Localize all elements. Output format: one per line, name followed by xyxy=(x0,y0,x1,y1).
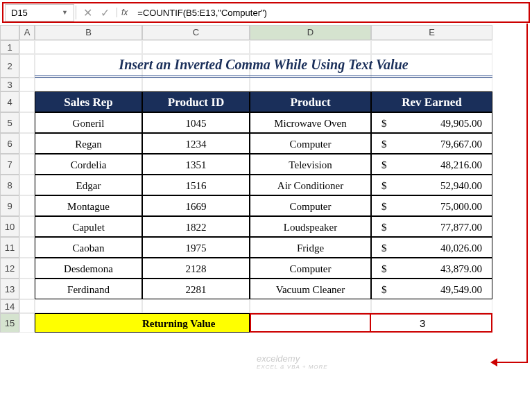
table-cell[interactable]: Cordelia xyxy=(35,154,142,175)
table-cell[interactable]: 49,549.00 xyxy=(371,279,492,299)
table-cell[interactable]: 1516 xyxy=(142,175,250,195)
table-cell[interactable]: 1045 xyxy=(142,112,250,133)
col-header-A[interactable]: A xyxy=(19,25,35,40)
watermark: exceldemy EXCEL & VBA + MORE xyxy=(257,353,328,370)
returning-value[interactable]: 3 xyxy=(371,313,492,333)
table-cell[interactable]: 1669 xyxy=(142,195,250,216)
row-header[interactable]: 6 xyxy=(0,133,19,154)
table-cell[interactable]: 49,905.00 xyxy=(371,112,492,133)
table-cell[interactable]: Microwave Oven xyxy=(250,112,371,133)
col-header-D[interactable]: D xyxy=(250,25,371,40)
table-cell[interactable]: Desdemona xyxy=(35,258,142,279)
table-cell[interactable]: 1822 xyxy=(142,216,250,237)
select-all-corner[interactable] xyxy=(0,25,19,40)
returning-label-text[interactable]: Returning Value xyxy=(142,313,250,333)
table-cell[interactable]: Montague xyxy=(35,195,142,216)
returning-label[interactable] xyxy=(35,313,142,333)
table-cell[interactable]: Loudspeaker xyxy=(250,216,371,237)
table-cell[interactable]: Computer xyxy=(250,258,371,279)
row-header[interactable]: 5 xyxy=(0,112,19,133)
table-cell[interactable]: Computer xyxy=(250,133,371,154)
table-cell[interactable]: 40,026.00 xyxy=(371,237,492,258)
row-header[interactable]: 11 xyxy=(0,237,19,258)
formula-bar-icons: ✕ ✓ xyxy=(76,6,117,19)
table-cell[interactable]: Ferdinand xyxy=(35,279,142,299)
row-header[interactable]: 3 xyxy=(0,78,19,91)
name-box[interactable]: D15 ▼ xyxy=(5,4,74,21)
arrow-head-icon xyxy=(490,358,497,367)
table-cell[interactable]: 75,000.00 xyxy=(371,195,492,216)
row-header[interactable]: 14 xyxy=(0,299,19,313)
table-cell[interactable]: 1351 xyxy=(142,154,250,175)
table-cell[interactable]: Capulet xyxy=(35,216,142,237)
table-cell[interactable]: Television xyxy=(250,154,371,175)
table-header: Sales Rep xyxy=(35,91,142,112)
table-cell[interactable]: 1975 xyxy=(142,237,250,258)
spreadsheet-grid[interactable]: A B C D E 1 2 3 4 Sales Rep Product ID P… xyxy=(0,25,532,333)
col-header-B[interactable]: B xyxy=(35,25,142,40)
table-cell[interactable]: Fridge xyxy=(250,237,371,258)
row-header[interactable]: 2 xyxy=(0,54,19,78)
table-cell[interactable]: 43,879.00 xyxy=(371,258,492,279)
enter-icon[interactable]: ✓ xyxy=(101,6,110,19)
table-cell[interactable]: Regan xyxy=(35,133,142,154)
table-cell[interactable]: 2128 xyxy=(142,258,250,279)
table-cell[interactable]: Caoban xyxy=(35,237,142,258)
table-cell[interactable]: 79,667.00 xyxy=(371,133,492,154)
row-header[interactable]: 15 xyxy=(0,313,19,333)
annotation-arrow xyxy=(495,362,528,363)
col-header-E[interactable]: E xyxy=(371,25,492,40)
col-header-C[interactable]: C xyxy=(142,25,250,40)
annotation-arrow xyxy=(526,24,528,363)
table-cell[interactable]: Computer xyxy=(250,195,371,216)
name-box-value: D15 xyxy=(11,8,28,18)
fx-icon[interactable]: fx xyxy=(117,8,132,17)
formula-bar: D15 ▼ ✕ ✓ fx xyxy=(2,2,530,23)
table-cell[interactable]: 1234 xyxy=(142,133,250,154)
row-header[interactable]: 12 xyxy=(0,258,19,279)
table-cell[interactable]: Edgar xyxy=(35,175,142,195)
table-header: Product xyxy=(250,91,371,112)
row-header[interactable]: 7 xyxy=(0,154,19,175)
row-header[interactable]: 4 xyxy=(0,91,19,112)
table-cell[interactable]: Vacuum Cleaner xyxy=(250,279,371,299)
table-cell[interactable]: 48,216.00 xyxy=(371,154,492,175)
table-cell[interactable]: 52,940.00 xyxy=(371,175,492,195)
table-cell[interactable]: Air Conditioner xyxy=(250,175,371,195)
table-cell[interactable]: Goneril xyxy=(35,112,142,133)
table-cell[interactable]: 77,877.00 xyxy=(371,216,492,237)
row-header[interactable]: 13 xyxy=(0,279,19,299)
table-cell[interactable]: 2281 xyxy=(142,279,250,299)
cancel-icon[interactable]: ✕ xyxy=(83,6,92,19)
chevron-down-icon[interactable]: ▼ xyxy=(62,9,68,16)
row-header[interactable]: 1 xyxy=(0,40,19,54)
column-headers: A B C D E xyxy=(0,25,532,40)
page-title: Insert an Inverted Comma While Using Tex… xyxy=(35,54,492,78)
returning-value-cell[interactable] xyxy=(250,313,371,333)
formula-input[interactable] xyxy=(132,5,529,21)
row-header[interactable]: 8 xyxy=(0,175,19,195)
table-header: Product ID xyxy=(142,91,250,112)
row-header[interactable]: 10 xyxy=(0,216,19,237)
table-header: Rev Earned xyxy=(371,91,492,112)
row-header[interactable]: 9 xyxy=(0,195,19,216)
